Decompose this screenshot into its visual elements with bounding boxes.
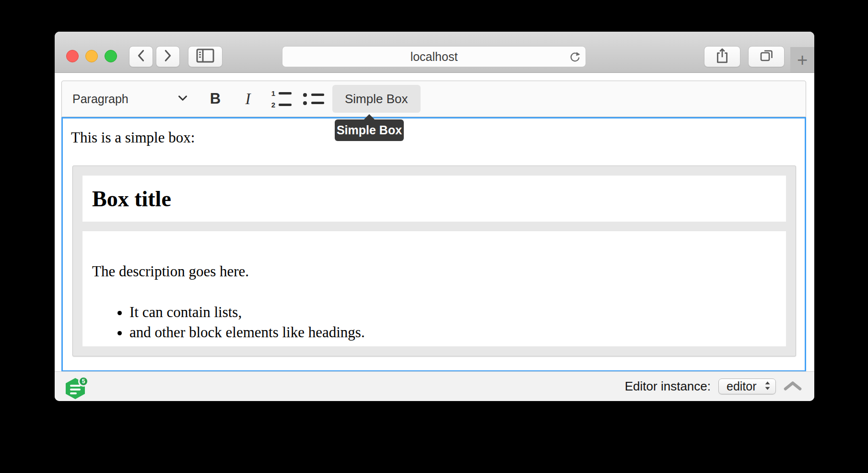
address-bar[interactable]: localhost: [282, 46, 586, 67]
browser-title-bar: localhost: [55, 32, 814, 73]
web-page: Paragraph B I 1 2: [55, 73, 814, 372]
reload-icon: [569, 51, 581, 63]
new-tab-button[interactable]: +: [790, 47, 814, 72]
select-stepper-icon: [764, 381, 771, 392]
sidebar-toggle-button[interactable]: [188, 46, 223, 67]
chevron-up-icon: [784, 380, 802, 391]
simple-box-widget[interactable]: Box title The description goes here. It …: [72, 166, 796, 356]
selected-instance: editor: [727, 379, 757, 393]
simple-box-title[interactable]: Box title: [82, 176, 786, 222]
share-button[interactable]: [704, 46, 740, 67]
bulleted-list-icon: [302, 93, 324, 105]
chevron-down-icon: [178, 95, 188, 103]
version-badge: 5: [78, 376, 89, 387]
numbered-list-icon: 1 2: [270, 90, 292, 108]
description-list: It can contain lists, and other block el…: [92, 302, 776, 343]
share-icon: [715, 47, 730, 66]
simple-box-button[interactable]: Simple Box: [332, 85, 421, 113]
intro-paragraph: This is a simple box:: [71, 129, 805, 146]
browser-window: localhost: [55, 32, 814, 401]
reload-button[interactable]: [568, 50, 582, 64]
tooltip-arrow-icon: [364, 114, 375, 120]
ckeditor-logo[interactable]: 5: [66, 377, 89, 399]
numbered-list-button[interactable]: 1 2: [267, 85, 294, 113]
sidebar-icon: [196, 48, 214, 65]
editor-instance-select[interactable]: editor: [718, 378, 776, 394]
description-paragraph: The description goes here.: [92, 262, 776, 281]
back-button[interactable]: [129, 46, 153, 67]
bulleted-list-button[interactable]: [300, 85, 327, 113]
tabs-icon: [759, 48, 774, 65]
simple-box-tooltip: Simple Box: [335, 119, 404, 141]
heading-dropdown-label: Paragraph: [72, 92, 129, 106]
sample-footer: 5 Editor instance: editor: [55, 371, 814, 401]
editor-instance-label: Editor instance:: [625, 379, 711, 394]
list-item: It can contain lists,: [129, 302, 776, 322]
forward-icon: [164, 49, 172, 64]
italic-button[interactable]: I: [235, 85, 261, 113]
simple-box-button-label: Simple Box: [345, 92, 408, 106]
address-bar-url: localhost: [411, 50, 458, 64]
simple-box-description[interactable]: The description goes here. It can contai…: [82, 231, 786, 346]
bold-button[interactable]: B: [202, 85, 229, 113]
list-item: and other block elements like headings.: [129, 322, 776, 343]
minimize-window-button[interactable]: [85, 50, 98, 62]
heading-dropdown[interactable]: Paragraph: [72, 85, 188, 113]
tooltip-text: Simple Box: [337, 123, 402, 137]
collapse-footer-button[interactable]: [784, 380, 802, 393]
editor-editable-area[interactable]: This is a simple box: Box title The desc…: [61, 117, 806, 372]
editor-toolbar: Paragraph B I 1 2: [61, 81, 806, 117]
italic-icon: I: [246, 90, 251, 108]
back-icon: [137, 49, 145, 64]
tab-overview-button[interactable]: [748, 46, 785, 67]
bold-icon: B: [210, 90, 221, 107]
plus-icon: +: [797, 51, 808, 69]
forward-button[interactable]: [156, 46, 180, 67]
close-window-button[interactable]: [66, 50, 79, 62]
zoom-window-button[interactable]: [105, 50, 117, 62]
